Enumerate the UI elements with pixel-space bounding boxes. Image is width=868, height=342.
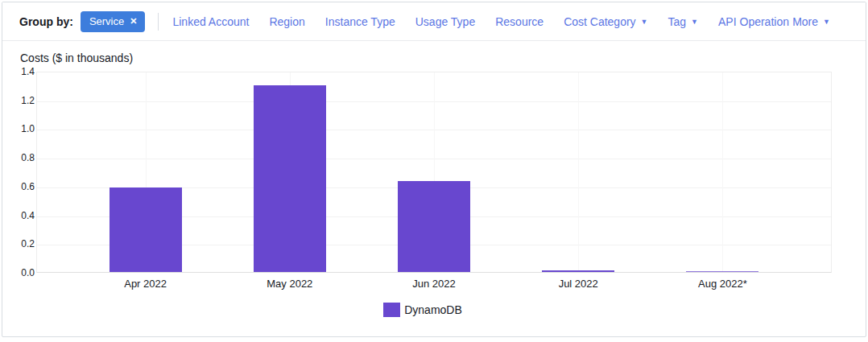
legend-swatch-dynamodb xyxy=(383,303,400,317)
cost-explorer-panel: Group by: Service ✕ Linked AccountRegion… xyxy=(2,2,866,337)
group-by-option-usage-type[interactable]: Usage Type xyxy=(415,15,475,28)
chart-title: Costs ($ in thousands) xyxy=(20,52,832,64)
chevron-down-icon: ▼ xyxy=(641,19,648,26)
y-tick-label: 0.0 xyxy=(21,267,35,278)
y-tick-label: 0.2 xyxy=(21,238,35,249)
group-by-option-label: Region xyxy=(269,15,304,28)
group-by-option-api-operation[interactable]: API Operation xyxy=(718,15,789,28)
bar-apr-2022[interactable] xyxy=(110,187,182,272)
bar-jul-2022[interactable] xyxy=(542,270,614,272)
chevron-down-icon: ▼ xyxy=(691,19,698,26)
y-tick-label: 0.6 xyxy=(21,181,35,192)
group-by-toolbar: Group by: Service ✕ Linked AccountRegion… xyxy=(2,2,866,41)
chart-legend: DynamoDB xyxy=(14,303,832,317)
bar-aug-2022-[interactable] xyxy=(686,271,758,272)
bar-may-2022[interactable] xyxy=(254,85,326,272)
remove-filter-icon[interactable]: ✕ xyxy=(130,17,137,26)
group-by-option-label: Usage Type xyxy=(415,15,475,28)
toolbar-divider xyxy=(158,13,159,31)
bar-bands xyxy=(74,72,794,272)
plot-area xyxy=(36,72,832,273)
band-may-2022 xyxy=(218,72,362,272)
cost-chart-section: Costs ($ in thousands) 1.41.21.00.80.60.… xyxy=(2,41,866,317)
x-tick-label: Jul 2022 xyxy=(506,278,651,290)
x-tick-label: Apr 2022 xyxy=(73,278,217,290)
y-tick-label: 0.4 xyxy=(21,210,35,221)
group-by-option-cost-category[interactable]: Cost Category▼ xyxy=(564,15,647,28)
x-axis-labels: Apr 2022May 2022Jun 2022Jul 2022Aug 2022… xyxy=(36,278,832,290)
y-tick-label: 1.2 xyxy=(21,95,35,106)
band-aug-2022- xyxy=(650,72,794,272)
y-tick-label: 1.4 xyxy=(21,66,35,77)
band-jul-2022 xyxy=(506,72,650,272)
group-by-option-label: Cost Category xyxy=(564,15,635,28)
group-by-option-label: API Operation xyxy=(718,15,789,28)
band-apr-2022 xyxy=(74,72,218,272)
vertical-gridline xyxy=(722,72,723,272)
vertical-gridline xyxy=(578,72,579,272)
y-tick-label: 1.0 xyxy=(21,123,35,134)
x-tick-label: Jun 2022 xyxy=(362,278,506,290)
more-dropdown[interactable]: More ▼ xyxy=(792,15,830,28)
chevron-down-icon: ▼ xyxy=(823,19,830,26)
x-tick-label: Aug 2022* xyxy=(651,278,795,290)
group-by-options: Linked AccountRegionInstance TypeUsage T… xyxy=(172,15,789,28)
y-axis: 1.41.21.00.80.60.40.20.0 xyxy=(14,72,36,273)
group-by-label: Group by: xyxy=(19,15,73,28)
service-filter-pill[interactable]: Service ✕ xyxy=(81,11,146,32)
group-by-option-label: Linked Account xyxy=(172,15,249,28)
group-by-option-label: Tag xyxy=(668,15,687,28)
legend-label-dynamodb: DynamoDB xyxy=(404,303,462,316)
group-by-option-instance-type[interactable]: Instance Type xyxy=(325,15,395,28)
group-by-option-label: Resource xyxy=(495,15,544,28)
band-jun-2022 xyxy=(362,72,506,272)
group-by-option-tag[interactable]: Tag▼ xyxy=(668,15,699,28)
service-filter-label: Service xyxy=(89,15,124,27)
group-by-option-label: Instance Type xyxy=(325,15,395,28)
group-by-option-region[interactable]: Region xyxy=(269,15,304,28)
group-by-option-linked-account[interactable]: Linked Account xyxy=(172,15,249,28)
y-tick-label: 0.8 xyxy=(21,152,35,163)
x-tick-label: May 2022 xyxy=(217,278,362,290)
bar-jun-2022[interactable] xyxy=(398,181,470,272)
plot-row: 1.41.21.00.80.60.40.20.0 xyxy=(14,72,832,273)
more-label: More xyxy=(792,15,818,28)
group-by-option-resource[interactable]: Resource xyxy=(495,15,544,28)
